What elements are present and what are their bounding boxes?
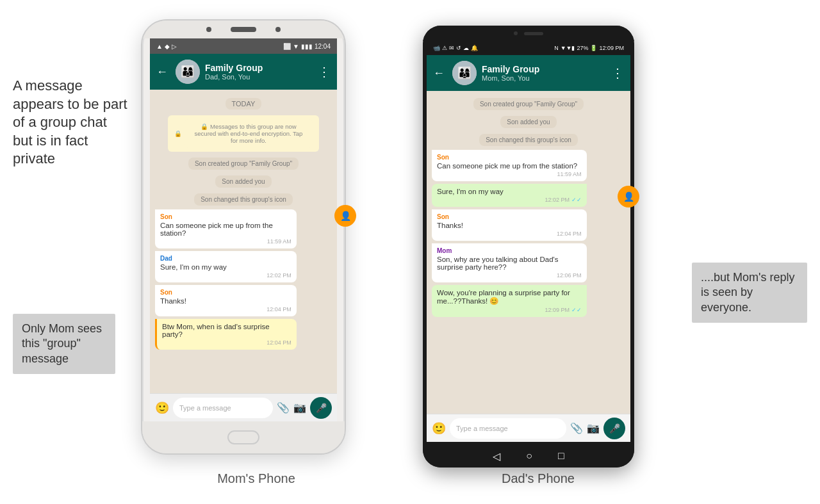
system-msg-added-phone1: Son added you	[168, 175, 319, 188]
emoji-icon-phone2[interactable]: 🙂	[432, 421, 446, 435]
mic-button-phone1[interactable]: 🎤	[310, 397, 332, 419]
float-btn-phone1: 👤	[334, 205, 356, 227]
svg-text:👨‍👩‍👦: 👨‍👩‍👦	[457, 66, 472, 80]
bubble-time-phone1-1: 11:59 AM	[160, 238, 291, 245]
group-avatar-phone1: 👨‍👩‍👦	[176, 60, 200, 84]
bubble-sender-phone2-3: Son	[437, 213, 582, 220]
bottom-left-annotation: Only Mom sees this "group" message	[13, 314, 115, 374]
group-info-phone2: Family Group Mom, Son, You	[482, 64, 606, 82]
status-icons-left-black: 📹 ⚠ ✉ ↺ ☁ 🔔	[433, 45, 478, 51]
svg-text:👨‍👩‍👦: 👨‍👩‍👦	[181, 65, 195, 79]
float-btn-phone2: 👤	[618, 186, 639, 207]
phone-label-right: Dad's Phone	[474, 471, 602, 486]
message-input-phone2[interactable]: Type a message	[450, 418, 566, 439]
security-msg-phone1: 🔒 🔒 Messages to this group are now secur…	[168, 115, 319, 152]
bubble-time-phone2-3: 12:04 PM	[437, 231, 582, 237]
home-button-white[interactable]	[227, 430, 259, 444]
bubble-mom-why-phone2: Mom Son, why are you talking about Dad's…	[432, 243, 587, 282]
bubble-son-pickup-phone1: Son Can someone pick me up from the stat…	[155, 209, 297, 248]
bubble-time-phone1-4: 12:04 PM	[162, 339, 291, 346]
bubble-text-phone1-3: Thanks!	[160, 297, 291, 305]
camera-icon-phone1[interactable]: 📷	[293, 402, 306, 414]
bubble-text-phone2-1: Can someone pick me up from the station?	[437, 162, 582, 170]
bubble-row-4-phone1: Btw Mom, when is dad's surprise party? 1…	[155, 319, 332, 350]
bubble-wow-phone2: Wow, you're planning a surprise party fo…	[432, 285, 587, 317]
phone-label-left: Mom's Phone	[192, 471, 320, 486]
right-annotation: ....but Mom's reply is seen by everyone.	[692, 263, 807, 323]
more-button-phone1[interactable]: ⋮	[318, 64, 331, 79]
bubble-time-phone2-4: 12:06 PM	[437, 272, 582, 279]
chat-input-area-phone2[interactable]: 🙂 Type a message 📎 📷 🎤	[427, 414, 630, 442]
bubble-text-phone2-2: Sure, I'm on my way	[437, 188, 582, 195]
group-name-phone1: Family Group	[205, 63, 313, 73]
system-added-phone2: Son added you	[445, 115, 612, 128]
camera-icon-phone2[interactable]: 📷	[587, 422, 600, 434]
status-bar-black: 📹 ⚠ ✉ ↺ ☁ 🔔 N ▼▼▮ 27% 🔋 12:09 PM	[427, 41, 630, 55]
group-info-phone1: Family Group Dad, Son, You	[205, 63, 313, 81]
phone-white: ▲ ◆ ▷ ⬜ ▼ ▮▮▮ 12:04 ← 👨‍👩‍	[141, 19, 346, 455]
bubble-row-3-phone2: Son Thanks! 12:04 PM	[432, 209, 625, 241]
more-button-phone2[interactable]: ⋮	[611, 65, 624, 81]
bubble-row-3-phone1: Son Thanks! 12:04 PM	[155, 285, 332, 316]
chat-scroll-phone1: TODAY 🔒 🔒 Messages to this group are now…	[155, 95, 332, 350]
chat-input-area-phone1[interactable]: 🙂 Type a message 📎 📷 🎤	[150, 393, 337, 421]
bubble-row-2-phone1: Dad Sure, I'm on my way 12:02 PM	[155, 251, 332, 282]
chat-area-phone2: Son created group "Family Group" Son add…	[427, 91, 630, 414]
bubble-sender-phone1-2: Dad	[160, 255, 291, 262]
bubble-row-5-phone2: Wow, you're planning a surprise party fo…	[432, 285, 625, 317]
date-divider-phone1: TODAY	[155, 97, 332, 109]
bubble-text-phone1-4: Btw Mom, when is dad's surprise party?	[162, 323, 291, 338]
status-icons-right-black: N ▼▼▮ 27% 🔋 12:09 PM	[554, 45, 624, 51]
bubble-text-phone2-4: Son, why are you talking about Dad's sur…	[437, 256, 582, 271]
phone-white-screen: ▲ ◆ ▷ ⬜ ▼ ▮▮▮ 12:04 ← 👨‍👩‍	[150, 38, 337, 421]
bubble-text-phone2-5: Wow, you're planning a surprise party fo…	[437, 289, 582, 305]
main-container: A message appears to be part of a group …	[0, 0, 820, 504]
back-button-phone2[interactable]: ←	[433, 67, 445, 80]
bubble-dad-sure-phone1: Dad Sure, I'm on my way 12:02 PM	[155, 251, 297, 282]
bubble-son-thanks-phone2: Son Thanks! 12:04 PM	[432, 209, 587, 241]
system-msg-icon-phone1: Son changed this group's icon	[168, 193, 319, 206]
back-nav-btn[interactable]: ◁	[493, 450, 500, 462]
wa-header-phone2[interactable]: ← 👨‍👩‍👦 Family Group Mom, Son, You ⋮	[427, 55, 630, 91]
status-icons-left: ▲ ◆ ▷	[156, 43, 177, 50]
group-avatar-phone2: 👨‍👩‍👦	[452, 61, 477, 85]
bubble-sender-phone1-1: Son	[160, 213, 291, 220]
wa-header-phone1[interactable]: ← 👨‍👩‍👦 Family Group Dad, Son, You ⋮	[150, 54, 337, 90]
system-created-phone2: Son created group "Family Group"	[445, 97, 612, 110]
bubble-time-phone1-2: 12:02 PM	[160, 272, 291, 279]
emoji-icon-phone1[interactable]: 🙂	[155, 401, 169, 415]
chat-area-phone1: TODAY 🔒 🔒 Messages to this group are now…	[150, 90, 337, 393]
attachment-icon-phone2[interactable]: 📎	[570, 422, 583, 434]
group-sub-phone2: Mom, Son, You	[482, 74, 606, 82]
left-annotation: A message appears to be part of a group …	[13, 77, 128, 168]
bubble-time-phone2-5: 12:09 PM ✓✓	[437, 307, 582, 313]
system-icon-phone2: Son changed this group's icon	[445, 133, 612, 146]
bubble-text-phone2-3: Thanks!	[437, 222, 582, 229]
bubble-text-phone1-1: Can someone pick me up from the station?	[160, 222, 291, 237]
bubble-row-2-phone2: Sure, I'm on my way 12:02 PM ✓✓	[432, 184, 625, 207]
group-name-phone2: Family Group	[482, 64, 606, 74]
attachment-icon-phone1[interactable]: 📎	[277, 402, 290, 414]
system-msg-created-phone1: Son created group "Family Group"	[168, 157, 319, 170]
status-bar-white: ▲ ◆ ▷ ⬜ ▼ ▮▮▮ 12:04	[150, 38, 337, 54]
phone-black-screen: 📹 ⚠ ✉ ↺ ☁ 🔔 N ▼▼▮ 27% 🔋 12:09 PM ←	[427, 41, 630, 442]
bubble-row-4-phone2: Mom Son, why are you talking about Dad's…	[432, 243, 625, 282]
chat-scroll-phone2: Son created group "Family Group" Son add…	[432, 96, 625, 317]
status-icons-right: ⬜ ▼ ▮▮▮ 12:04	[283, 43, 331, 50]
home-nav-btn[interactable]: ○	[526, 450, 532, 462]
back-button-phone1[interactable]: ←	[156, 65, 168, 79]
mic-button-phone2[interactable]: 🎤	[603, 418, 625, 439]
bubble-sender-phone2-1: Son	[437, 154, 582, 161]
bubble-son-pickup-phone2: Son Can someone pick me up from the stat…	[432, 150, 587, 181]
phone-bottom-white	[142, 421, 345, 453]
group-sub-phone1: Dad, Son, You	[205, 73, 313, 81]
bubble-sender-phone2-4: Mom	[437, 247, 582, 254]
bubble-son-thanks-phone1: Son Thanks! 12:04 PM	[155, 285, 297, 316]
bubble-row-1-phone2: Son Can someone pick me up from the stat…	[432, 150, 625, 181]
recents-nav-btn[interactable]: □	[558, 450, 564, 462]
bubble-btw-phone1: Btw Mom, when is dad's surprise party? 1…	[155, 319, 297, 350]
message-input-phone1[interactable]: Type a message	[173, 398, 273, 418]
bubble-time-phone2-1: 11:59 AM	[437, 171, 582, 177]
bubble-sender-phone1-3: Son	[160, 289, 291, 296]
phone-black: 📹 ⚠ ✉ ↺ ☁ 🔔 N ▼▼▮ 27% 🔋 12:09 PM ←	[423, 26, 634, 467]
